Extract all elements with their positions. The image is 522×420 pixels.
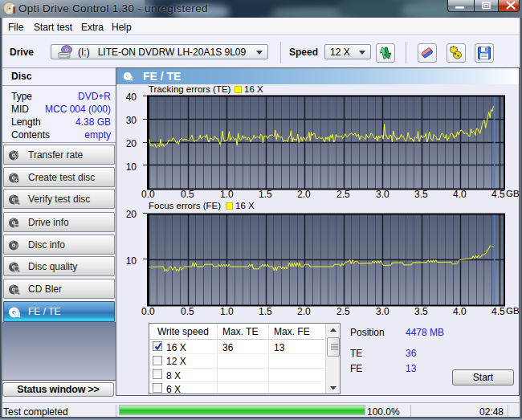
svg-text:i: i [16,243,18,251]
